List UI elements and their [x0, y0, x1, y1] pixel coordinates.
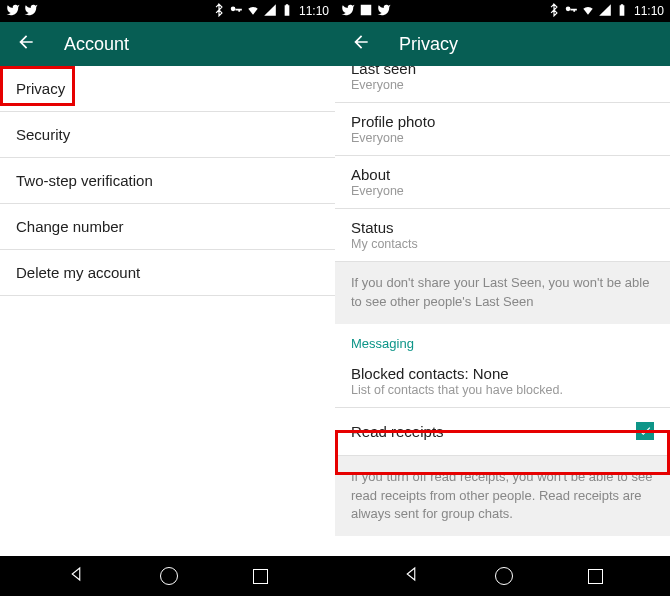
check-icon — [638, 424, 652, 438]
setting-title: Blocked contacts: None — [351, 365, 654, 382]
account-item-delete[interactable]: Delete my account — [0, 250, 335, 296]
battery-icon — [615, 3, 629, 20]
nav-home[interactable] — [160, 567, 178, 585]
signal-icon — [263, 3, 277, 20]
back-icon[interactable] — [351, 32, 371, 56]
page-title: Account — [64, 34, 129, 55]
setting-value: Everyone — [351, 184, 654, 198]
setting-value: My contacts — [351, 237, 654, 251]
nav-back[interactable] — [67, 565, 85, 587]
setting-title: Read receipts — [351, 423, 654, 440]
signal-icon — [598, 3, 612, 20]
read-receipts-checkbox[interactable] — [636, 422, 654, 440]
twitter-notif-icon — [377, 3, 391, 20]
nav-bar — [0, 556, 670, 596]
nav-recent[interactable] — [588, 569, 603, 584]
privacy-status[interactable]: Status My contacts — [335, 209, 670, 262]
privacy-profile-photo[interactable]: Profile photo Everyone — [335, 103, 670, 156]
privacy-screen: 11:10 Privacy Last seen Everyone Profile… — [335, 0, 670, 556]
bluetooth-icon — [547, 3, 561, 20]
setting-value: Everyone — [351, 131, 654, 145]
page-title: Privacy — [399, 34, 458, 55]
privacy-last-seen[interactable]: Last seen Everyone — [335, 66, 670, 103]
twitter-notif-icon — [24, 3, 38, 20]
account-screen: 11:10 Account Privacy Security Two-step … — [0, 0, 335, 556]
vpn-key-icon — [564, 3, 578, 20]
battery-icon — [280, 3, 294, 20]
twitter-notif-icon — [341, 3, 355, 20]
account-item-privacy[interactable]: Privacy — [0, 66, 335, 112]
status-time: 11:10 — [299, 4, 329, 18]
account-item-two-step[interactable]: Two-step verification — [0, 158, 335, 204]
account-item-change-number[interactable]: Change number — [0, 204, 335, 250]
back-icon[interactable] — [16, 32, 36, 56]
read-receipts-info: If you turn off read receipts, you won't… — [335, 456, 670, 537]
status-bar: 11:10 — [0, 0, 335, 22]
privacy-read-receipts[interactable]: Read receipts — [335, 408, 670, 456]
status-bar: 11:10 — [335, 0, 670, 22]
nav-recent[interactable] — [253, 569, 268, 584]
nav-back[interactable] — [402, 565, 420, 587]
header: Privacy — [335, 22, 670, 66]
wifi-icon — [246, 3, 260, 20]
setting-title: Profile photo — [351, 113, 654, 130]
image-notif-icon — [359, 3, 373, 20]
privacy-blocked-contacts[interactable]: Blocked contacts: None List of contacts … — [335, 355, 670, 408]
status-time: 11:10 — [634, 4, 664, 18]
last-seen-info: If you don't share your Last Seen, you w… — [335, 262, 670, 324]
wifi-icon — [581, 3, 595, 20]
messaging-section-header: Messaging — [335, 324, 670, 355]
privacy-about[interactable]: About Everyone — [335, 156, 670, 209]
nav-home[interactable] — [495, 567, 513, 585]
setting-sub: List of contacts that you have blocked. — [351, 383, 654, 397]
header: Account — [0, 22, 335, 66]
vpn-key-icon — [229, 3, 243, 20]
setting-title: Status — [351, 219, 654, 236]
bluetooth-icon — [212, 3, 226, 20]
account-item-security[interactable]: Security — [0, 112, 335, 158]
setting-title: About — [351, 166, 654, 183]
twitter-notif-icon — [6, 3, 20, 20]
setting-value: Everyone — [351, 78, 654, 92]
setting-title: Last seen — [351, 66, 654, 77]
